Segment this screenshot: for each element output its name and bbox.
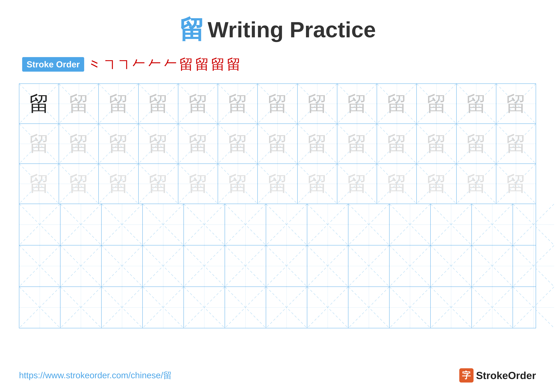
grid-cell-2-4[interactable]: 留 xyxy=(139,124,178,164)
grid-cell-3-12[interactable]: 留 xyxy=(457,164,496,204)
grid-cell-6-12[interactable] xyxy=(472,287,513,328)
grid-cell-2-1[interactable]: 留 xyxy=(19,124,59,164)
svg-line-126 xyxy=(472,245,513,286)
grid-cell-2-11[interactable]: 留 xyxy=(417,124,456,164)
grid-cell-3-10[interactable]: 留 xyxy=(377,164,417,204)
grid-cell-1-4[interactable]: 留 xyxy=(139,84,178,123)
grid-cell-3-3[interactable]: 留 xyxy=(99,164,139,204)
grid-cell-4-7[interactable] xyxy=(266,204,307,245)
grid-cell-6-2[interactable] xyxy=(60,287,102,328)
grid-cell-1-9[interactable]: 留 xyxy=(337,84,377,123)
stroke-3: ㇕ xyxy=(117,56,130,73)
grid-cell-4-4[interactable] xyxy=(143,204,184,245)
grid-cell-2-5[interactable]: 留 xyxy=(178,124,218,164)
grid-cell-4-1[interactable] xyxy=(19,204,60,245)
grid-cell-1-12[interactable]: 留 xyxy=(457,84,496,123)
grid-cell-2-9[interactable]: 留 xyxy=(337,124,377,164)
grid-cell-5-11[interactable] xyxy=(431,245,472,286)
grid-cell-2-10[interactable]: 留 xyxy=(377,124,417,164)
grid-cell-4-13[interactable] xyxy=(513,204,554,245)
grid-cell-6-11[interactable] xyxy=(431,287,472,328)
grid-cell-1-5[interactable]: 留 xyxy=(178,84,218,123)
svg-line-91 xyxy=(266,204,307,245)
grid-cell-3-7[interactable]: 留 xyxy=(258,164,297,204)
svg-line-102 xyxy=(513,204,554,245)
grid-cell-6-13[interactable] xyxy=(513,287,554,328)
grid-cell-3-9[interactable]: 留 xyxy=(337,164,377,204)
practice-char-light: 留 xyxy=(267,90,288,118)
grid-cell-1-10[interactable]: 留 xyxy=(377,84,417,123)
grid-cell-4-2[interactable] xyxy=(60,204,102,245)
svg-line-137 xyxy=(143,287,183,328)
grid-cell-2-12[interactable]: 留 xyxy=(457,124,496,164)
practice-char-light: 留 xyxy=(188,90,208,118)
footer-url[interactable]: https://www.strokeorder.com/chinese/留 xyxy=(19,370,172,381)
grid-cell-6-6[interactable] xyxy=(225,287,266,328)
grid-cell-4-10[interactable] xyxy=(389,204,431,245)
grid-cell-5-9[interactable] xyxy=(348,245,389,286)
grid-cell-2-7[interactable]: 留 xyxy=(258,124,297,164)
grid-cell-5-12[interactable] xyxy=(472,245,513,286)
grid-cell-1-8[interactable]: 留 xyxy=(298,84,337,123)
grid-cell-1-13[interactable]: 留 xyxy=(496,84,536,123)
grid-cell-3-11[interactable]: 留 xyxy=(417,164,456,204)
svg-line-135 xyxy=(102,287,142,328)
grid-cell-6-5[interactable] xyxy=(184,287,225,328)
stroke-10: 留 xyxy=(226,55,241,74)
grid-cell-1-11[interactable]: 留 xyxy=(417,84,456,123)
grid-cell-5-1[interactable] xyxy=(19,245,60,286)
svg-line-90 xyxy=(266,204,307,245)
grid-cell-5-8[interactable] xyxy=(307,245,348,286)
grid-cell-1-2[interactable]: 留 xyxy=(59,84,99,123)
svg-line-116 xyxy=(266,245,307,286)
grid-cell-6-8[interactable] xyxy=(307,287,348,328)
grid-cell-5-2[interactable] xyxy=(60,245,102,286)
grid-cell-2-6[interactable]: 留 xyxy=(218,124,258,164)
grid-cell-1-7[interactable]: 留 xyxy=(258,84,297,123)
grid-cell-5-4[interactable] xyxy=(143,245,184,286)
stroke-4: 𠂉 xyxy=(132,56,146,73)
practice-char-light: 留 xyxy=(68,90,89,118)
grid-cell-3-2[interactable]: 留 xyxy=(59,164,99,204)
grid-cell-6-7[interactable] xyxy=(266,287,307,328)
grid-cell-5-5[interactable] xyxy=(184,245,225,286)
grid-cell-5-10[interactable] xyxy=(389,245,431,286)
grid-cell-4-8[interactable] xyxy=(307,204,348,245)
stroke-order-badge: Stroke Order xyxy=(22,57,84,72)
stroke-order-row: Stroke Order ⺀ ㇕ ㇕ 𠂉 𠂉 𠂉 留 留 留 留 xyxy=(19,55,536,74)
grid-row-2: 留 留 留 留 留 留 留 xyxy=(19,124,536,164)
grid-cell-6-10[interactable] xyxy=(389,287,431,328)
grid-cell-3-1[interactable]: 留 xyxy=(19,164,59,204)
grid-cell-4-5[interactable] xyxy=(184,204,225,245)
grid-cell-6-4[interactable] xyxy=(143,287,184,328)
grid-cell-4-9[interactable] xyxy=(348,204,389,245)
svg-line-88 xyxy=(225,204,266,245)
grid-cell-3-4[interactable]: 留 xyxy=(139,164,178,204)
svg-line-138 xyxy=(184,287,225,328)
grid-cell-6-3[interactable] xyxy=(102,287,143,328)
grid-cell-5-7[interactable] xyxy=(266,245,307,286)
grid-cell-5-3[interactable] xyxy=(102,245,143,286)
grid-cell-1-6[interactable]: 留 xyxy=(218,84,258,123)
grid-cell-4-3[interactable] xyxy=(102,204,143,245)
grid-cell-6-1[interactable] xyxy=(19,287,60,328)
grid-cell-3-8[interactable]: 留 xyxy=(298,164,337,204)
grid-cell-6-9[interactable] xyxy=(348,287,389,328)
grid-cell-1-1[interactable]: 留 xyxy=(19,84,59,123)
grid-cell-2-13[interactable]: 留 xyxy=(496,124,536,164)
grid-cell-3-6[interactable]: 留 xyxy=(218,164,258,204)
grid-cell-5-6[interactable] xyxy=(225,245,266,286)
grid-cell-2-3[interactable]: 留 xyxy=(99,124,139,164)
grid-cell-4-12[interactable] xyxy=(472,204,513,245)
grid-cell-2-2[interactable]: 留 xyxy=(59,124,99,164)
practice-char-light: 留 xyxy=(307,90,328,118)
grid-cell-5-13[interactable] xyxy=(513,245,554,286)
grid-cell-3-13[interactable]: 留 xyxy=(496,164,536,204)
svg-line-106 xyxy=(60,245,101,286)
grid-cell-4-11[interactable] xyxy=(431,204,472,245)
grid-cell-3-5[interactable]: 留 xyxy=(178,164,218,204)
grid-cell-2-8[interactable]: 留 xyxy=(298,124,337,164)
grid-cell-4-6[interactable] xyxy=(225,204,266,245)
grid-cell-1-3[interactable]: 留 xyxy=(99,84,139,123)
practice-char-vlight: 留 xyxy=(347,170,367,198)
